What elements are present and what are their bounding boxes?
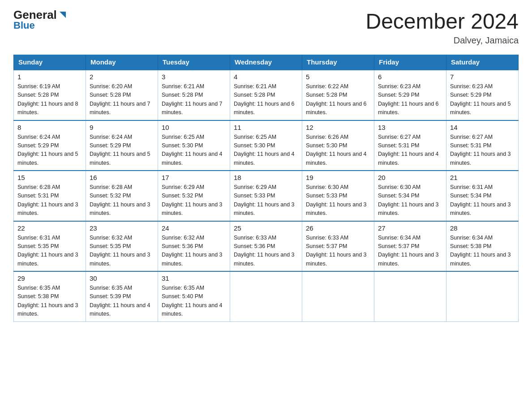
day-info: Sunrise: 6:25 AMSunset: 5:30 PMDaylight:… xyxy=(162,134,223,166)
col-sunday: Sunday xyxy=(14,55,86,70)
day-info: Sunrise: 6:34 AMSunset: 5:37 PMDaylight:… xyxy=(378,235,439,267)
day-number: 22 xyxy=(17,224,82,232)
day-info: Sunrise: 6:21 AMSunset: 5:28 PMDaylight:… xyxy=(234,83,295,116)
location: Dalvey, Jamaica xyxy=(365,35,519,46)
title-block: December 2024 Dalvey, Jamaica xyxy=(365,9,519,46)
day-info: Sunrise: 6:34 AMSunset: 5:38 PMDaylight:… xyxy=(450,235,511,267)
calendar-cell: 22 Sunrise: 6:31 AMSunset: 5:35 PMDaylig… xyxy=(14,221,86,272)
calendar-cell: 21 Sunrise: 6:31 AMSunset: 5:34 PMDaylig… xyxy=(446,171,519,221)
calendar-week-2: 8 Sunrise: 6:24 AMSunset: 5:29 PMDayligh… xyxy=(14,120,519,171)
calendar-table: Sunday Monday Tuesday Wednesday Thursday… xyxy=(13,55,519,322)
day-number: 20 xyxy=(378,174,442,181)
calendar-cell: 8 Sunrise: 6:24 AMSunset: 5:29 PMDayligh… xyxy=(14,120,86,171)
calendar-cell: 2 Sunrise: 6:20 AMSunset: 5:28 PMDayligh… xyxy=(86,70,158,120)
col-saturday: Saturday xyxy=(446,55,519,70)
day-number: 10 xyxy=(162,124,226,131)
day-number: 6 xyxy=(378,73,442,81)
calendar-cell: 30 Sunrise: 6:35 AMSunset: 5:39 PMDaylig… xyxy=(86,271,158,321)
day-number: 4 xyxy=(234,73,298,81)
day-number: 31 xyxy=(162,274,226,282)
day-number: 14 xyxy=(450,124,515,131)
month-title: December 2024 xyxy=(365,9,519,34)
day-number: 29 xyxy=(17,274,82,282)
svg-marker-0 xyxy=(60,12,66,18)
calendar-cell xyxy=(230,271,302,321)
calendar-cell: 14 Sunrise: 6:27 AMSunset: 5:31 PMDaylig… xyxy=(446,120,519,171)
day-info: Sunrise: 6:24 AMSunset: 5:29 PMDaylight:… xyxy=(17,134,78,166)
calendar-cell: 3 Sunrise: 6:21 AMSunset: 5:28 PMDayligh… xyxy=(158,70,230,120)
day-number: 23 xyxy=(90,224,154,232)
calendar-cell: 26 Sunrise: 6:33 AMSunset: 5:37 PMDaylig… xyxy=(302,221,374,272)
day-number: 19 xyxy=(306,174,370,181)
day-number: 28 xyxy=(450,224,515,232)
day-info: Sunrise: 6:24 AMSunset: 5:29 PMDaylight:… xyxy=(90,134,150,166)
day-info: Sunrise: 6:25 AMSunset: 5:30 PMDaylight:… xyxy=(234,134,295,166)
calendar-cell: 16 Sunrise: 6:28 AMSunset: 5:32 PMDaylig… xyxy=(86,171,158,221)
calendar-cell: 6 Sunrise: 6:23 AMSunset: 5:29 PMDayligh… xyxy=(374,70,446,120)
day-info: Sunrise: 6:26 AMSunset: 5:30 PMDaylight:… xyxy=(306,134,367,166)
calendar-cell: 23 Sunrise: 6:32 AMSunset: 5:35 PMDaylig… xyxy=(86,221,158,272)
col-tuesday: Tuesday xyxy=(158,55,230,70)
day-info: Sunrise: 6:33 AMSunset: 5:37 PMDaylight:… xyxy=(306,235,367,267)
day-info: Sunrise: 6:30 AMSunset: 5:34 PMDaylight:… xyxy=(378,184,439,216)
calendar-cell: 12 Sunrise: 6:26 AMSunset: 5:30 PMDaylig… xyxy=(302,120,374,171)
page-header: General Blue December 2024 Dalvey, Jamai… xyxy=(13,9,519,46)
calendar-cell: 15 Sunrise: 6:28 AMSunset: 5:31 PMDaylig… xyxy=(14,171,86,221)
calendar-cell: 7 Sunrise: 6:23 AMSunset: 5:29 PMDayligh… xyxy=(446,70,519,120)
calendar-cell xyxy=(302,271,374,321)
day-number: 5 xyxy=(306,73,370,81)
day-info: Sunrise: 6:21 AMSunset: 5:28 PMDaylight:… xyxy=(162,83,223,116)
day-info: Sunrise: 6:29 AMSunset: 5:32 PMDaylight:… xyxy=(162,184,223,216)
day-info: Sunrise: 6:31 AMSunset: 5:35 PMDaylight:… xyxy=(17,235,78,267)
day-info: Sunrise: 6:32 AMSunset: 5:35 PMDaylight:… xyxy=(90,235,150,267)
day-info: Sunrise: 6:35 AMSunset: 5:38 PMDaylight:… xyxy=(17,285,78,317)
calendar-cell: 13 Sunrise: 6:27 AMSunset: 5:31 PMDaylig… xyxy=(374,120,446,171)
day-info: Sunrise: 6:27 AMSunset: 5:31 PMDaylight:… xyxy=(450,134,511,166)
day-number: 15 xyxy=(17,174,82,181)
day-number: 2 xyxy=(90,73,154,81)
day-number: 30 xyxy=(90,274,154,282)
day-number: 18 xyxy=(234,174,298,181)
day-info: Sunrise: 6:29 AMSunset: 5:33 PMDaylight:… xyxy=(234,184,295,216)
calendar-cell: 29 Sunrise: 6:35 AMSunset: 5:38 PMDaylig… xyxy=(14,271,86,321)
calendar-cell: 1 Sunrise: 6:19 AMSunset: 5:28 PMDayligh… xyxy=(14,70,86,120)
day-info: Sunrise: 6:20 AMSunset: 5:28 PMDaylight:… xyxy=(90,83,150,116)
day-info: Sunrise: 6:28 AMSunset: 5:31 PMDaylight:… xyxy=(17,184,78,216)
calendar-cell: 11 Sunrise: 6:25 AMSunset: 5:30 PMDaylig… xyxy=(230,120,302,171)
calendar-cell: 5 Sunrise: 6:22 AMSunset: 5:28 PMDayligh… xyxy=(302,70,374,120)
day-number: 25 xyxy=(234,224,298,232)
calendar-week-5: 29 Sunrise: 6:35 AMSunset: 5:38 PMDaylig… xyxy=(14,271,519,321)
day-info: Sunrise: 6:32 AMSunset: 5:36 PMDaylight:… xyxy=(162,235,223,267)
day-info: Sunrise: 6:35 AMSunset: 5:40 PMDaylight:… xyxy=(162,285,223,317)
day-number: 9 xyxy=(90,124,154,131)
calendar-cell: 17 Sunrise: 6:29 AMSunset: 5:32 PMDaylig… xyxy=(158,171,230,221)
calendar-cell: 10 Sunrise: 6:25 AMSunset: 5:30 PMDaylig… xyxy=(158,120,230,171)
calendar-cell xyxy=(374,271,446,321)
col-wednesday: Wednesday xyxy=(230,55,302,70)
day-number: 3 xyxy=(162,73,226,81)
logo-blue: Blue xyxy=(13,20,35,31)
calendar-cell: 20 Sunrise: 6:30 AMSunset: 5:34 PMDaylig… xyxy=(374,171,446,221)
day-info: Sunrise: 6:22 AMSunset: 5:28 PMDaylight:… xyxy=(306,83,367,116)
calendar-cell: 18 Sunrise: 6:29 AMSunset: 5:33 PMDaylig… xyxy=(230,171,302,221)
day-number: 27 xyxy=(378,224,442,232)
day-number: 12 xyxy=(306,124,370,131)
day-number: 26 xyxy=(306,224,370,232)
calendar-cell: 28 Sunrise: 6:34 AMSunset: 5:38 PMDaylig… xyxy=(446,221,519,272)
day-number: 7 xyxy=(450,73,515,81)
day-number: 24 xyxy=(162,224,226,232)
day-number: 11 xyxy=(234,124,298,131)
calendar-cell: 9 Sunrise: 6:24 AMSunset: 5:29 PMDayligh… xyxy=(86,120,158,171)
calendar-week-1: 1 Sunrise: 6:19 AMSunset: 5:28 PMDayligh… xyxy=(14,70,519,120)
day-number: 17 xyxy=(162,174,226,181)
calendar-cell xyxy=(446,271,519,321)
calendar-week-3: 15 Sunrise: 6:28 AMSunset: 5:31 PMDaylig… xyxy=(14,171,519,221)
day-info: Sunrise: 6:35 AMSunset: 5:39 PMDaylight:… xyxy=(90,285,150,317)
day-number: 1 xyxy=(17,73,82,81)
day-number: 16 xyxy=(90,174,154,181)
day-info: Sunrise: 6:30 AMSunset: 5:33 PMDaylight:… xyxy=(306,184,367,216)
day-info: Sunrise: 6:28 AMSunset: 5:32 PMDaylight:… xyxy=(90,184,150,216)
day-number: 13 xyxy=(378,124,442,131)
day-number: 21 xyxy=(450,174,515,181)
day-info: Sunrise: 6:33 AMSunset: 5:36 PMDaylight:… xyxy=(234,235,295,267)
